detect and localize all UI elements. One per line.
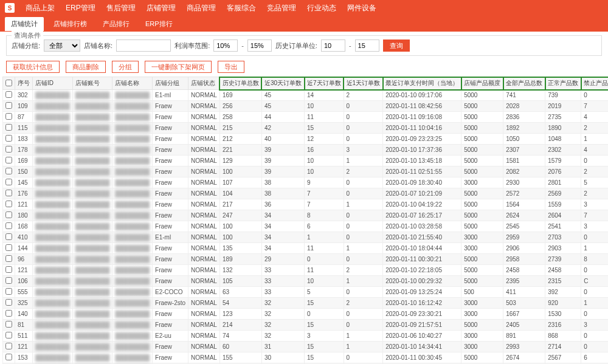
row-checkbox[interactable] bbox=[5, 233, 12, 240]
cell: 39 bbox=[261, 145, 304, 156]
cell: ████████ bbox=[33, 199, 73, 210]
nav-7[interactable]: 行业动态 bbox=[307, 3, 336, 13]
col-13[interactable]: 全部产品总数 bbox=[503, 77, 545, 90]
cell: 132 bbox=[219, 265, 261, 276]
cell: ████████ bbox=[33, 123, 73, 134]
cell: 2020-01-10 17:37:36 bbox=[383, 145, 461, 156]
btn-batch-off[interactable]: 一键删除下架网页 bbox=[145, 61, 212, 73]
row-checkbox[interactable] bbox=[5, 113, 12, 120]
col-12[interactable]: 店铺产品额度 bbox=[461, 77, 503, 90]
cell: 106 bbox=[15, 276, 33, 287]
nav-6[interactable]: 竞品管理 bbox=[267, 3, 296, 13]
nav-1[interactable]: ERP管理 bbox=[66, 3, 95, 13]
col-9[interactable]: 近7天订单数 bbox=[305, 77, 344, 90]
row-checkbox[interactable] bbox=[5, 277, 12, 284]
row-checkbox[interactable] bbox=[5, 124, 12, 131]
nav-0[interactable]: 商品上架 bbox=[26, 3, 55, 13]
col-0[interactable] bbox=[3, 77, 15, 90]
col-3[interactable]: 店铺账号 bbox=[72, 77, 112, 90]
cell: ████████ bbox=[33, 156, 73, 167]
nav-2[interactable]: 售后管理 bbox=[106, 3, 136, 13]
btn-delete[interactable]: 商品删除 bbox=[66, 61, 106, 73]
cell: 10 bbox=[305, 101, 344, 112]
row-checkbox[interactable] bbox=[5, 91, 12, 98]
cell: ████████ bbox=[33, 265, 73, 276]
col-5[interactable]: 店铺分组 bbox=[153, 77, 188, 90]
cell: 5000 bbox=[461, 134, 503, 145]
col-10[interactable]: 近1天订单数 bbox=[344, 77, 383, 90]
row-checkbox[interactable] bbox=[5, 211, 12, 218]
select-all-checkbox[interactable] bbox=[5, 80, 12, 86]
cell: 115 bbox=[15, 123, 33, 134]
range-b-input[interactable] bbox=[247, 39, 272, 52]
cell: NORMAL bbox=[188, 331, 220, 342]
row-checkbox[interactable] bbox=[5, 244, 12, 251]
cell: Fraew bbox=[153, 210, 188, 221]
col-11[interactable]: 最近订单支付时间（当地） bbox=[383, 77, 461, 90]
btn-group[interactable]: 分组 bbox=[112, 61, 139, 73]
subtab-1[interactable]: 店铺排行榜 bbox=[47, 17, 93, 31]
nav-3[interactable]: 店铺管理 bbox=[147, 3, 176, 13]
col-1[interactable]: 序号 bbox=[15, 77, 33, 90]
cell: ████████ bbox=[112, 167, 153, 177]
grp-select[interactable]: 全部 bbox=[44, 39, 80, 52]
cell: ████████ bbox=[72, 309, 112, 320]
row-checkbox[interactable] bbox=[5, 190, 12, 196]
subtab-2[interactable]: 产品排行 bbox=[97, 17, 136, 31]
cell: ████████ bbox=[112, 243, 153, 254]
cell: 221 bbox=[219, 145, 261, 156]
hist-a-input[interactable] bbox=[321, 39, 345, 52]
row-checkbox[interactable] bbox=[5, 343, 12, 349]
row-checkbox[interactable] bbox=[5, 157, 12, 163]
name-input[interactable] bbox=[116, 39, 171, 52]
subtab-0[interactable]: 店铺统计 bbox=[5, 17, 44, 31]
row-checkbox[interactable] bbox=[5, 310, 12, 317]
table-row: 140████████████████████████FraewNORMAL12… bbox=[3, 309, 609, 320]
cell: ████████ bbox=[33, 188, 73, 199]
row-checkbox[interactable] bbox=[5, 146, 12, 153]
cell: 2082 bbox=[503, 167, 545, 177]
row-checkbox[interactable] bbox=[5, 179, 12, 185]
nav-8[interactable]: 网件设备 bbox=[347, 3, 376, 13]
hist-b-input[interactable] bbox=[355, 39, 379, 52]
btn-stats[interactable]: 获取统计信息 bbox=[6, 61, 60, 73]
row-checkbox[interactable] bbox=[5, 102, 12, 109]
cell: 1892 bbox=[503, 123, 545, 134]
row-checkbox[interactable] bbox=[5, 168, 12, 174]
cell: ████████ bbox=[72, 265, 112, 276]
cell: 2703 bbox=[545, 232, 581, 243]
cell: ████████ bbox=[33, 167, 73, 177]
col-14[interactable]: 正常产品数 bbox=[545, 77, 581, 90]
cell: 2076 bbox=[545, 167, 581, 177]
btn-export[interactable]: 导出 bbox=[218, 61, 244, 73]
range-a-input[interactable] bbox=[213, 39, 238, 52]
row-checkbox[interactable] bbox=[5, 321, 12, 328]
row-checkbox[interactable] bbox=[5, 332, 12, 338]
col-4[interactable]: 店铺名称 bbox=[112, 77, 153, 90]
nav-4[interactable]: 商品管理 bbox=[187, 3, 216, 13]
cell: 2020-01-06 10:40:27 bbox=[383, 331, 461, 342]
col-6[interactable]: 店铺状态 bbox=[188, 77, 220, 90]
col-15[interactable]: 禁止产品数 bbox=[581, 77, 608, 90]
cell: 2020-01-10 00:29:32 bbox=[383, 276, 461, 287]
cell: 1564 bbox=[503, 199, 545, 210]
subtab-3[interactable]: ERP排行 bbox=[139, 17, 179, 31]
row-checkbox[interactable] bbox=[5, 266, 12, 273]
cell: ████████ bbox=[112, 199, 153, 210]
data-table: 序号店铺ID店铺账号店铺名称店铺分组店铺状态历史订单总数近30天订单数近7天订单… bbox=[2, 77, 608, 364]
cell: Fraew bbox=[153, 254, 188, 265]
col-7[interactable]: 历史订单总数 bbox=[219, 77, 261, 90]
row-checkbox[interactable] bbox=[5, 288, 12, 295]
row-checkbox[interactable] bbox=[5, 222, 12, 229]
row-checkbox[interactable] bbox=[5, 135, 12, 142]
row-checkbox[interactable] bbox=[5, 354, 12, 360]
col-8[interactable]: 近30天订单数 bbox=[261, 77, 304, 90]
row-checkbox[interactable] bbox=[5, 255, 12, 262]
nav-5[interactable]: 客服综合 bbox=[227, 3, 256, 13]
col-2[interactable]: 店铺ID bbox=[33, 77, 73, 90]
query-button[interactable]: 查询 bbox=[383, 39, 410, 52]
cell: 2020-01-11 00:30:45 bbox=[383, 352, 461, 363]
row-checkbox[interactable] bbox=[5, 299, 12, 306]
row-checkbox[interactable] bbox=[5, 201, 12, 207]
cell: 100 bbox=[219, 167, 261, 177]
